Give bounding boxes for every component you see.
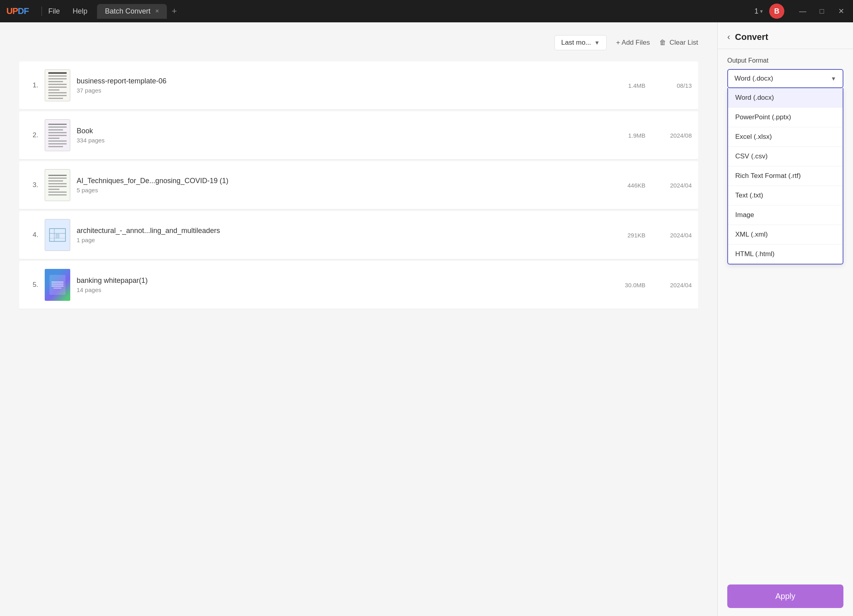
file-list-area: Last mo... ▼ + Add Files 🗑 Clear List 1.: [0, 22, 717, 616]
file-name: business-report-template-06: [77, 77, 607, 85]
file-thumbnail: [45, 219, 70, 251]
table-row: 4. architectural_-_annot...ling_and_mult…: [19, 211, 698, 259]
apply-button[interactable]: Apply: [727, 584, 843, 608]
format-option-csv[interactable]: CSV (.csv): [728, 147, 843, 166]
file-size: 446KB: [614, 182, 645, 189]
file-number: 5.: [26, 281, 38, 289]
file-date: 2024/04: [652, 282, 692, 288]
file-number: 1.: [26, 81, 38, 89]
file-date: 2024/08: [652, 132, 692, 139]
file-number: 3.: [26, 181, 38, 189]
dropdown-arrow-icon: ▼: [831, 75, 836, 82]
file-name: Book: [77, 127, 607, 135]
file-pages: 334 pages: [77, 137, 607, 144]
file-thumbnail: [45, 169, 70, 201]
file-size: 291KB: [614, 232, 645, 239]
file-name: banking whitepapar(1): [77, 276, 607, 285]
file-size: 30.0MB: [614, 282, 645, 288]
format-option-xml[interactable]: XML (.xml): [728, 225, 843, 245]
file-list: 1. business: [19, 61, 698, 311]
format-option-image[interactable]: Image: [728, 205, 843, 225]
sort-button[interactable]: Last mo... ▼: [554, 35, 607, 50]
format-option-excel[interactable]: Excel (.xlsx): [728, 127, 843, 147]
table-row: 2. Book 334 pa: [19, 111, 698, 160]
panel-header: ‹ Convert: [718, 22, 853, 49]
file-pages: 37 pages: [77, 87, 607, 94]
file-thumbnail: [45, 119, 70, 151]
table-row: 5. banking whitepapar(1) 14 pages: [19, 261, 698, 309]
back-button[interactable]: ‹: [727, 32, 730, 42]
trash-icon: 🗑: [659, 39, 666, 47]
titlebar-right: 1 ▾ B — □ ✕: [754, 4, 847, 19]
minimize-button[interactable]: —: [797, 6, 808, 17]
batch-convert-tab[interactable]: Batch Convert ×: [97, 4, 167, 19]
svg-rect-4: [56, 234, 59, 238]
file-info: AI_Techniques_for_De...gnosing_COVID-19 …: [77, 177, 607, 193]
tab-label: Batch Convert: [105, 7, 150, 16]
output-format-label: Output Format: [727, 57, 843, 64]
table-row: 1. business: [19, 61, 698, 110]
file-size: 1.4MB: [614, 82, 645, 89]
new-tab-button[interactable]: +: [172, 6, 177, 16]
file-size: 1.9MB: [614, 132, 645, 139]
menu-file[interactable]: File: [48, 7, 60, 16]
file-pages: 1 page: [77, 237, 607, 243]
file-info: business-report-template-06 37 pages: [77, 77, 607, 94]
account-count: 1 ▾: [754, 7, 763, 16]
sort-arrow-icon: ▼: [594, 39, 600, 46]
right-panel: ‹ Convert Output Format Word (.docx) ▼ W…: [717, 22, 853, 616]
dropdown-list: Word (.docx) PowerPoint (.pptx) Excel (.…: [727, 88, 843, 265]
window-controls: — □ ✕: [797, 6, 847, 17]
file-info: architectural_-_annot...ling_and_multile…: [77, 227, 607, 243]
format-option-word[interactable]: Word (.docx): [728, 88, 843, 108]
format-dropdown[interactable]: Word (.docx) ▼ Word (.docx) PowerPoint (…: [727, 69, 843, 88]
dropdown-selected[interactable]: Word (.docx) ▼: [727, 69, 843, 88]
file-toolbar: Last mo... ▼ + Add Files 🗑 Clear List: [19, 35, 698, 50]
panel-title: Convert: [735, 32, 768, 42]
tab-area: Batch Convert × +: [97, 4, 754, 19]
tab-close-button[interactable]: ×: [155, 8, 159, 15]
file-name: architectural_-_annot...ling_and_multile…: [77, 227, 607, 235]
file-number: 2.: [26, 131, 38, 139]
panel-footer: Apply: [718, 577, 853, 616]
format-option-html[interactable]: HTML (.html): [728, 245, 843, 264]
avatar[interactable]: B: [769, 4, 784, 19]
menu-help[interactable]: Help: [73, 7, 87, 16]
app-logo: UPDF: [6, 6, 29, 16]
format-option-powerpoint[interactable]: PowerPoint (.pptx): [728, 108, 843, 127]
file-date: 2024/04: [652, 182, 692, 189]
file-info: Book 334 pages: [77, 127, 607, 144]
format-option-rtf[interactable]: Rich Text Format (.rtf): [728, 166, 843, 186]
titlebar: UPDF File Help Batch Convert × + 1 ▾ B —…: [0, 0, 853, 22]
file-thumbnail: [45, 269, 70, 301]
file-number: 4.: [26, 231, 38, 239]
table-row: 3. AI_Techniques_for_De...gnosing_COV: [19, 161, 698, 209]
file-name: AI_Techniques_for_De...gnosing_COVID-19 …: [77, 177, 607, 185]
close-button[interactable]: ✕: [835, 6, 847, 17]
format-option-text[interactable]: Text (.txt): [728, 186, 843, 205]
restore-button[interactable]: □: [816, 6, 827, 17]
file-date: 2024/04: [652, 232, 692, 239]
file-thumbnail: [45, 69, 70, 101]
main-area: Last mo... ▼ + Add Files 🗑 Clear List 1.: [0, 22, 853, 616]
selected-format-label: Word (.docx): [734, 75, 773, 83]
titlebar-separator: [42, 6, 42, 16]
titlebar-menu: File Help: [48, 7, 87, 16]
file-pages: 5 pages: [77, 187, 607, 193]
clear-list-label: Clear List: [669, 39, 698, 47]
add-files-button[interactable]: + Add Files: [616, 39, 650, 47]
arch-thumbnail-svg: [48, 225, 67, 245]
sort-label: Last mo...: [561, 39, 591, 47]
file-pages: 14 pages: [77, 286, 607, 293]
file-info: banking whitepapar(1) 14 pages: [77, 276, 607, 293]
panel-body: Output Format Word (.docx) ▼ Word (.docx…: [718, 49, 853, 577]
add-files-label: + Add Files: [616, 39, 650, 47]
file-date: 08/13: [652, 82, 692, 89]
clear-list-button[interactable]: 🗑 Clear List: [659, 39, 698, 47]
